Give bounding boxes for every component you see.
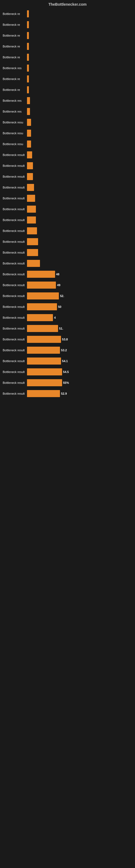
table-row: Bottleneck re: [3, 20, 132, 30]
bar-label: Bottleneck result: [3, 283, 27, 287]
bar: [27, 249, 38, 256]
bar-label: Bottleneck result: [3, 164, 27, 167]
bar: [27, 238, 38, 245]
bar-label: Bottleneck re: [3, 23, 27, 26]
bar: [27, 65, 29, 72]
bar-label: Bottleneck result: [3, 218, 27, 222]
bar-value: 54.1: [62, 360, 68, 363]
bar: [27, 173, 33, 180]
bar-label: Bottleneck result: [3, 229, 27, 232]
table-row: Bottleneck result52.9: [3, 389, 132, 399]
bar: [27, 227, 37, 235]
bar-container: [27, 140, 132, 148]
bar-value: 52.: [60, 294, 64, 298]
table-row: Bottleneck re: [3, 30, 132, 41]
bar-container: 53.2: [27, 346, 132, 354]
bar-container: [27, 108, 132, 115]
bar: [27, 75, 29, 83]
bar-value: 53.8: [62, 338, 68, 341]
bar-container: [27, 151, 132, 159]
bar-label: Bottleneck result: [3, 316, 27, 319]
bar: [27, 97, 30, 104]
bar: [27, 379, 62, 386]
table-row: Bottleneck re: [3, 9, 132, 19]
bar-label: Bottleneck res: [3, 110, 27, 113]
bar-label: Bottleneck re: [3, 56, 27, 59]
bar-label: Bottleneck resu: [3, 143, 27, 146]
bar-label: Bottleneck result: [3, 186, 27, 189]
bar-label: Bottleneck re: [3, 88, 27, 91]
bar-label: Bottleneck result: [3, 197, 27, 200]
table-row: Bottleneck result: [3, 150, 132, 160]
bar: [27, 314, 53, 321]
bar: [27, 130, 31, 137]
bar-container: [27, 42, 132, 50]
bar-label: Bottleneck result: [3, 360, 27, 363]
table-row: Bottleneck result: [3, 204, 132, 214]
bar-container: 4: [27, 314, 132, 321]
bar-label: Bottleneck res: [3, 66, 27, 70]
table-row: Bottleneck re: [3, 41, 132, 52]
table-row: Bottleneck result: [3, 258, 132, 269]
bar-container: 51.: [27, 325, 132, 332]
bar-container: [27, 119, 132, 126]
bar-label: Bottleneck re: [3, 45, 27, 48]
bar-value: 49: [57, 283, 60, 287]
bar-label: Bottleneck result: [3, 305, 27, 308]
table-row: Bottleneck result: [3, 182, 132, 193]
table-row: Bottleneck res: [3, 63, 132, 73]
bar-container: [27, 249, 132, 256]
bar-label: Bottleneck result: [3, 327, 27, 330]
bar-value: 54.5: [63, 370, 69, 373]
table-row: Bottleneck resu: [3, 117, 132, 127]
bar-label: Bottleneck result: [3, 370, 27, 373]
bar: [27, 151, 32, 158]
table-row: Bottleneck result51.: [3, 323, 132, 334]
bar: [27, 347, 60, 354]
bar-label: Bottleneck result: [3, 273, 27, 276]
bar: [27, 368, 62, 375]
bar: [27, 86, 29, 93]
bar: [27, 108, 30, 115]
bar-container: 49: [27, 281, 132, 289]
bar: [27, 119, 31, 126]
bar-container: 48: [27, 271, 132, 278]
table-row: Bottleneck res: [3, 106, 132, 117]
table-row: Bottleneck re: [3, 74, 132, 84]
bar-label: Bottleneck resu: [3, 131, 27, 135]
bar-label: Bottleneck result: [3, 153, 27, 156]
bar-value: 4: [54, 316, 56, 319]
bar-value: 50: [58, 305, 61, 308]
bar-container: [27, 10, 132, 18]
bar: [27, 184, 34, 191]
bar-container: [27, 54, 132, 61]
bar: [27, 390, 60, 397]
table-row: Bottleneck result: [3, 226, 132, 236]
table-row: Bottleneck result54.5: [3, 367, 132, 377]
bar-container: 53.8: [27, 336, 132, 343]
bar-container: 54.1: [27, 357, 132, 365]
table-row: Bottleneck result: [3, 215, 132, 225]
bar-container: [27, 32, 132, 39]
bar-label: Bottleneck result: [3, 338, 27, 341]
bar: [27, 325, 58, 332]
table-row: Bottleneck resu: [3, 139, 132, 149]
bar: [27, 292, 59, 300]
bar-container: 54.5: [27, 368, 132, 376]
bar: [27, 162, 33, 169]
table-row: Bottleneck result55%: [3, 378, 132, 388]
bar-value: 55%: [63, 381, 69, 384]
bar-label: Bottleneck result: [3, 381, 27, 384]
table-row: Bottleneck result50: [3, 302, 132, 312]
bar-container: [27, 162, 132, 169]
table-row: Bottleneck result: [3, 172, 132, 182]
bar: [27, 271, 55, 278]
bar-label: Bottleneck re: [3, 12, 27, 16]
bar-container: 52.9: [27, 390, 132, 397]
bar-label: Bottleneck result: [3, 262, 27, 265]
table-row: Bottleneck result49: [3, 280, 132, 290]
bar-container: [27, 194, 132, 202]
bar-container: [27, 259, 132, 267]
table-row: Bottleneck re: [3, 85, 132, 95]
table-row: Bottleneck result54.1: [3, 356, 132, 366]
